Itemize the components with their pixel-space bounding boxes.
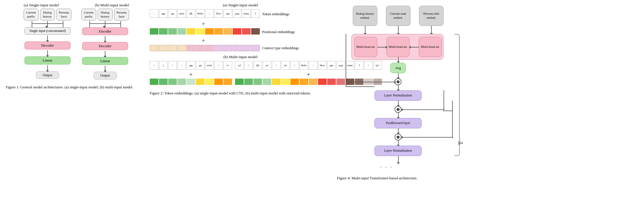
mr-t9: How	[318, 61, 327, 70]
arr-mha1-avg-head	[386, 46, 387, 49]
output-box-b: Output	[94, 72, 117, 79]
diagram-a-inputs: Currentprefix Dialoghistory Personafacts	[24, 9, 72, 20]
mi-left-embed	[150, 79, 232, 85]
bottom-feed-h	[346, 86, 374, 87]
pos-3	[177, 28, 186, 35]
mi-t0: <	[150, 61, 158, 70]
fig2-subtitle-a: (a) Single-input model	[150, 3, 331, 7]
ctx-0	[150, 45, 158, 51]
input-current-prefix-b: Currentprefix	[81, 9, 96, 20]
arr-dh-mha	[365, 26, 365, 34]
mr-t8: –	[309, 61, 317, 70]
ctx-10	[242, 45, 251, 51]
skip-ln2-arrowhead	[401, 136, 403, 139]
arr-mha1-avg	[377, 47, 387, 47]
token-6: –	[205, 9, 214, 18]
mr-t1: >	[244, 61, 253, 70]
residual-line-v	[346, 34, 346, 86]
linear-box-b: Linear	[82, 57, 128, 65]
arrow-encoder-decoder-b	[105, 36, 105, 41]
ctx-6	[205, 45, 214, 51]
mr-8	[309, 79, 317, 85]
mi-plus-left: +	[150, 71, 232, 78]
current-state-embed: Current state embed.	[386, 6, 410, 26]
context-type-container: Context type embeddings	[150, 45, 299, 51]
single-token-row: – am an artist Hi Hello – How are you to…	[150, 9, 260, 18]
mr-2	[253, 79, 262, 85]
arr-ln2-out-head	[397, 162, 400, 164]
token-5: Hello	[196, 9, 204, 18]
ctx-9	[233, 45, 241, 51]
dots-bottom: ···	[380, 164, 395, 171]
arrow-decoder-linear-a	[47, 50, 48, 56]
token-11: ?	[251, 9, 260, 18]
context-type-label: Context type embeddings	[262, 46, 299, 50]
ctx-11	[251, 45, 260, 51]
fig1-title-a: (a) Single-input model	[24, 3, 59, 7]
encoder-box-b: Encoder	[82, 27, 128, 35]
input-persona-facts-b: Personafacts	[114, 9, 129, 20]
linear-box-a: Linear	[24, 56, 71, 64]
mi-left-tokens: < i > – am an artist < /i>	[150, 61, 232, 70]
pos-11	[251, 28, 260, 35]
fig1-title-b: (b) Multi-input model	[95, 3, 129, 7]
mha-3: Multi-head att.	[419, 37, 442, 57]
token-0: –	[150, 9, 158, 18]
mr-1	[244, 79, 253, 85]
arrow-concat-decoder-a	[47, 35, 48, 41]
circle-op-2: ⊕	[395, 106, 401, 113]
skip-conn-h	[444, 111, 452, 111]
circle-op-3: ⊕	[395, 134, 401, 140]
feedforward-box: Feedforward layer	[374, 118, 422, 128]
token-8: are	[223, 9, 232, 18]
fig2-caption: Figure 2: Token embeddings: (a) single-i…	[150, 91, 311, 96]
positional-embed-row	[150, 28, 260, 35]
mr-t4: <	[272, 61, 281, 70]
ctx-2	[168, 45, 177, 51]
mha-2: Multi-head att.	[387, 37, 410, 57]
ctx-8	[223, 45, 232, 51]
arrow-decoder-linear-b	[105, 51, 105, 56]
fig4-diagram: Dialog history embed. Current state embe…	[337, 3, 487, 176]
figure2: (a) Single-input model – am an artist Hi…	[147, 3, 331, 208]
mr-4	[272, 79, 281, 85]
mr-6	[290, 79, 299, 85]
pos-7	[214, 28, 223, 35]
mr-t5: p2	[281, 61, 290, 70]
mi-t6: artist	[205, 61, 214, 70]
output-box-a: Output	[36, 71, 59, 79]
pos-6	[205, 28, 214, 35]
layer-norm-1: Layer Normalization	[374, 90, 422, 101]
ml-2	[168, 79, 177, 85]
residual-arrowhead	[394, 81, 396, 83]
ml-7	[214, 79, 223, 85]
skip-ff-arrowhead	[401, 108, 403, 111]
ml-3	[177, 79, 186, 85]
skip-ff-h	[402, 109, 444, 110]
mi-left-col: < i > – am an artist < /i> +	[150, 61, 232, 86]
mr-t7: Hello	[300, 61, 308, 70]
decoder-box-a: Decoder	[24, 41, 71, 50]
mi-t3: –	[177, 61, 186, 70]
skip-ln2-h	[402, 137, 453, 138]
diagram-a: Currentprefix Dialoghistory Personafacts…	[23, 9, 72, 79]
mi-t1: i	[159, 61, 168, 70]
mr-t6: >	[290, 61, 299, 70]
arr-mha3-avg	[410, 47, 419, 47]
ml-6	[205, 79, 214, 85]
fig4-caption: Figure 4: Multi-input Transformer-based …	[337, 176, 418, 181]
arr-pi-mha	[431, 26, 432, 34]
ctx-1	[159, 45, 168, 51]
avg-box: Avg	[390, 63, 406, 73]
residual-line-h	[346, 82, 395, 82]
mi-t4: am	[187, 61, 195, 70]
token-7: How	[214, 9, 223, 18]
main-container: (a) Single-input model (b) Multi-input m…	[0, 0, 644, 211]
fig1-diagrams: Currentprefix Dialoghistory Personafacts…	[6, 9, 147, 79]
token-10: today	[242, 9, 251, 18]
input-persona-facts-a: Personafacts	[56, 9, 72, 20]
token-4: Hi	[187, 9, 195, 18]
token-embeddings-label: Token embeddings	[262, 12, 289, 16]
pos-8	[223, 28, 232, 35]
fig2-caption-text: Figure 2: Token embeddings: (a) single-i…	[150, 91, 311, 95]
